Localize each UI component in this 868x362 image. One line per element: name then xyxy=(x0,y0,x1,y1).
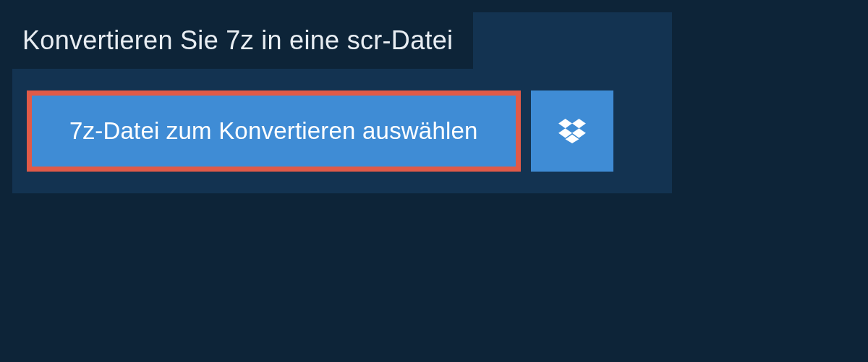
dropbox-icon xyxy=(558,119,586,143)
heading-wrapper: Konvertieren Sie 7z in eine scr-Datei xyxy=(12,12,473,69)
select-file-button[interactable]: 7z-Datei zum Konvertieren auswählen xyxy=(32,96,516,167)
converter-panel: Konvertieren Sie 7z in eine scr-Datei 7z… xyxy=(12,12,672,193)
action-row: 7z-Datei zum Konvertieren auswählen xyxy=(12,69,672,193)
dropbox-button[interactable] xyxy=(531,90,613,172)
select-file-highlight: 7z-Datei zum Konvertieren auswählen xyxy=(27,90,521,172)
page-title: Konvertieren Sie 7z in eine scr-Datei xyxy=(22,25,453,56)
